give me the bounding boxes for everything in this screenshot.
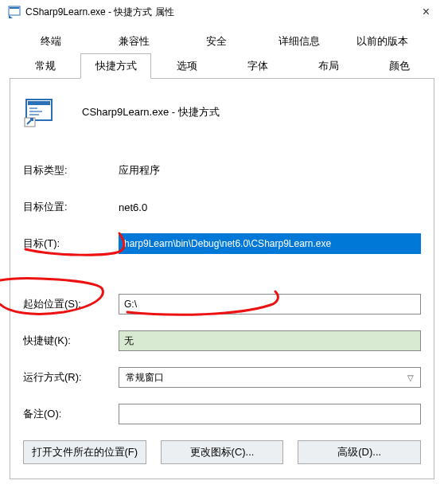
titlebar: CSharp9Learn.exe - 快捷方式 属性 (0, 0, 444, 24)
comment-input[interactable] (119, 404, 421, 424)
shortcut-panel: CSharp9Learn.exe - 快捷方式 目标类型: 应用程序 目标位置:… (10, 79, 434, 479)
tab-general[interactable]: 常规 (10, 53, 80, 79)
run-dropdown-value: 常规窗口 (126, 371, 164, 385)
label-target-location: 目标位置: (23, 200, 119, 214)
window-title: CSharp9Learn.exe - 快捷方式 属性 (25, 6, 174, 19)
shortcut-key-input[interactable] (119, 330, 421, 351)
tab-security[interactable]: 安全 (175, 29, 258, 53)
tab-terminal[interactable]: 终端 (10, 29, 92, 53)
title-icon (8, 6, 21, 18)
label-run: 运行方式(R): (23, 370, 119, 385)
svg-rect-1 (10, 7, 19, 9)
value-target-location: net6.0 (119, 201, 147, 213)
tabstrip: 终端 兼容性 安全 详细信息 以前的版本 常规 快捷方式 选项 字体 布局 颜色 (10, 29, 434, 79)
tab-compatibility[interactable]: 兼容性 (92, 29, 175, 53)
tab-previous-versions[interactable]: 以前的版本 (341, 29, 423, 53)
open-file-location-button[interactable]: 打开文件所在的位置(F) (23, 440, 146, 464)
advanced-button[interactable]: 高级(D)... (298, 440, 421, 464)
target-input[interactable] (119, 233, 421, 254)
shortcut-app-icon (23, 96, 55, 128)
svg-rect-4 (29, 107, 37, 109)
svg-rect-3 (28, 101, 50, 105)
change-icon-button[interactable]: 更改图标(C)... (161, 440, 284, 464)
svg-rect-5 (29, 111, 42, 112)
chevron-down-icon: ▽ (407, 373, 414, 382)
run-dropdown[interactable]: 常规窗口 ▽ (119, 367, 421, 388)
close-button[interactable]: × (416, 3, 436, 21)
tab-color[interactable]: 颜色 (364, 53, 434, 79)
tab-options[interactable]: 选项 (151, 53, 222, 79)
tab-layout[interactable]: 布局 (293, 53, 364, 79)
tab-details[interactable]: 详细信息 (258, 29, 341, 53)
shortcut-heading: CSharp9Learn.exe - 快捷方式 (82, 105, 220, 119)
svg-rect-6 (29, 114, 39, 115)
start-in-input[interactable] (119, 294, 421, 315)
tab-font[interactable]: 字体 (222, 53, 293, 79)
label-comment: 备注(O): (23, 407, 119, 421)
label-shortcut-key: 快捷键(K): (23, 334, 119, 348)
label-target-type: 目标类型: (23, 163, 119, 178)
tab-shortcut[interactable]: 快捷方式 (80, 53, 151, 79)
value-target-type: 应用程序 (119, 163, 160, 178)
label-start-in: 起始位置(S): (23, 297, 119, 311)
label-target: 目标(T): (23, 236, 119, 251)
